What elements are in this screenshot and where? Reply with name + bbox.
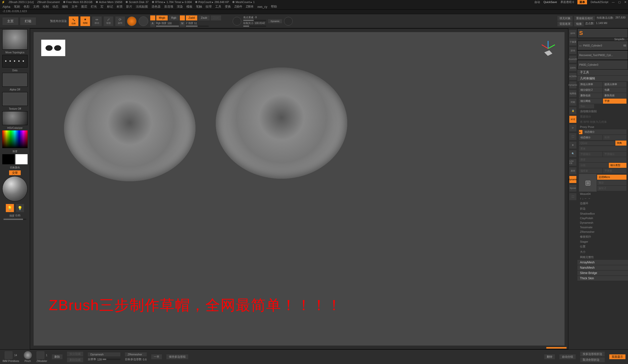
rotate-icon[interactable]: ⟳ — [569, 124, 576, 131]
autogroup-button[interactable]: 自动分组 — [559, 354, 576, 359]
menu-纹理[interactable]: 纹理 — [206, 5, 212, 9]
zoom-icon[interactable]: 🔍 — [569, 150, 576, 157]
color-m-chip[interactable] — [180, 15, 185, 20]
tessimate-section[interactable]: Tessimate — [577, 225, 628, 230]
menu-工具[interactable]: 工具 — [215, 5, 221, 9]
zsub-button[interactable]: Zsub — [198, 15, 209, 20]
frame-icon[interactable]: ⛶ — [569, 133, 576, 140]
menu-灯光[interactable]: 灯光 — [91, 5, 97, 9]
zoom2d-icon[interactable]: Zoom2D — [569, 56, 576, 63]
menu-帮助[interactable]: 帮助 — [271, 5, 277, 9]
intensity-slider[interactable] — [4, 219, 26, 220]
dynamic-icon[interactable]: Dynamic — [569, 81, 576, 88]
menu-影片[interactable]: 影片 — [126, 5, 132, 9]
ui-opacity[interactable]: 界面透明 0 — [560, 0, 574, 4]
pgrid-icon[interactable]: 地网格 — [569, 90, 576, 97]
maximize-icon[interactable]: ▢ — [618, 1, 621, 4]
dyn-sub-button[interactable]: 动态细分 — [579, 135, 602, 140]
mesh-integrity-section[interactable]: 网格完整性 — [577, 255, 628, 260]
flip-button[interactable]: 翻转 — [544, 354, 555, 359]
symm-icon[interactable]: 对称 — [569, 99, 576, 106]
higher-res-button[interactable]: 提高分辨率 — [603, 82, 626, 87]
preview-bool-render[interactable]: 预览布尔渲染 — [50, 19, 67, 23]
zmodeler-brush[interactable]: 1 ZModeler — [36, 351, 48, 362]
simplebrush-thumb[interactable]: S — [577, 28, 628, 38]
canvas[interactable]: ZBrush三步制作草帽，全网最简单！！！！ — [34, 32, 565, 346]
reconstruct-button[interactable]: 重建细分 — [577, 114, 628, 119]
exchange-button[interactable]: 交替 — [9, 170, 21, 175]
sculptris-button[interactable] — [139, 16, 148, 26]
edgeloop-section[interactable]: 边循环 — [577, 201, 628, 206]
rgb-button[interactable]: Rgb — [169, 15, 179, 20]
menu-xws_cy[interactable]: xws_cy — [257, 5, 267, 9]
lock-icon[interactable]: 🔒 — [569, 107, 576, 114]
default-zscript[interactable]: DefaultZScript — [591, 1, 608, 4]
subtool-header[interactable]: 子工具 — [577, 70, 628, 76]
rotate-mode-button[interactable]: ⟳旋转 — [115, 16, 125, 26]
menu-alpha[interactable]: Alpha — [3, 5, 10, 9]
dynamesh-section[interactable]: Dynamesh — [577, 220, 628, 225]
edit-mode-button[interactable]: ⤡Edit — [69, 16, 78, 26]
half-button[interactable]: 一半 — [151, 354, 162, 359]
mod-topo-section[interactable]: 修改拓扑 — [577, 234, 628, 239]
brush-thumb[interactable] — [2, 29, 28, 50]
color-picker[interactable] — [2, 130, 28, 148]
arrow-controls[interactable]: ↑ ↓ ← → — [577, 196, 628, 201]
menu-笔刷[interactable]: 笔刷 — [14, 5, 20, 9]
zadd-button[interactable]: Zadd — [186, 15, 197, 20]
tool-slot-1[interactable]: ▭ PM3D_Cylinder3 66 — [577, 41, 628, 50]
z-intensity-slider[interactable]: Z 强度51 — [186, 21, 209, 27]
flatsub-slider[interactable]: 平面细分 — [579, 152, 602, 157]
reference-thumb[interactable] — [41, 40, 65, 56]
sub-exp-button[interactable]: 细分类型 — [609, 163, 626, 168]
stroke-thumb[interactable]: • • • • • — [2, 55, 28, 67]
tool-slot-3[interactable]: PM3D_Cylinder3 — [577, 60, 628, 70]
nanomesh-header[interactable]: NanoMesh — [577, 265, 628, 270]
del-high-button[interactable]: 删除高级 — [603, 93, 626, 98]
split-hidden-button[interactable]: 拆分隐藏 — [67, 352, 83, 356]
texture-thumb[interactable] — [2, 92, 28, 106]
half-size-icon[interactable]: AC50% — [569, 73, 576, 80]
backface-mask-button[interactable]: 背面遮罩 — [557, 21, 573, 26]
scroll-icon[interactable]: 滚动 — [569, 47, 576, 54]
gyro-button[interactable] — [127, 16, 137, 26]
scale-mode-button[interactable]: ⤢缩放 — [104, 16, 113, 26]
enable-micro-button[interactable]: 启用Micro — [597, 175, 626, 180]
slimebridge-header[interactable]: Slime Bridge — [577, 270, 628, 276]
suv-button[interactable]: Suv — [579, 104, 594, 108]
weave-preset-thumb[interactable]: ⊞ — [579, 174, 597, 192]
light2-button[interactable]: 💡 — [16, 204, 24, 212]
pinch-brush[interactable]: Pinch — [24, 351, 32, 362]
del-low-button[interactable]: 删除低级 — [579, 93, 602, 98]
quicksave-button[interactable]: QuickSave — [544, 1, 557, 4]
dyn-sub-toggle[interactable]: ▸ — [579, 130, 582, 134]
menu-z插件[interactable]: Z插件 — [234, 5, 242, 9]
viewport[interactable]: ZBrush三步制作草帽，全网最简单！！！！ — [30, 28, 568, 349]
crease-section[interactable]: 折边 — [577, 206, 628, 211]
primary-color-swatch[interactable] — [15, 154, 28, 164]
two-sided-button[interactable]: 双面显示 — [609, 354, 625, 359]
freeze-sdiv-button[interactable]: 冻结细分级别 — [577, 109, 628, 114]
material-thumb[interactable] — [2, 176, 28, 201]
zcut-button[interactable]: Zcut — [211, 15, 221, 20]
close-icon[interactable]: ✕ — [624, 1, 626, 4]
dynamic-toggle[interactable]: Dynamic — [268, 19, 282, 23]
menu-标记[interactable]: 标记 — [107, 5, 113, 9]
menu-动态[interactable]: 动态 — [52, 5, 58, 9]
focal-shift-slider[interactable]: 焦点衰减-9 绘制大小100.8142 — [243, 16, 266, 27]
menu-button[interactable]: 菜单 — [577, 0, 587, 4]
menu-法线贴图[interactable]: 法线贴图 — [136, 5, 148, 9]
segments-slider[interactable]: 分段 — [579, 163, 608, 168]
subpixel-icon[interactable]: 子像素 — [569, 38, 576, 46]
shadowbox-section[interactable]: ShadowBox — [577, 211, 628, 216]
menu-材质[interactable]: 材质 — [117, 5, 123, 9]
rotate-z-slider[interactable]: 旋转 Z — [597, 186, 626, 191]
menu-图层[interactable]: 图层 — [81, 5, 87, 9]
menu-变换[interactable]: 变换 — [225, 5, 231, 9]
history-scrubber[interactable] — [546, 347, 567, 349]
smooth-button[interactable]: 平滑 — [603, 99, 626, 104]
size-section[interactable]: 大小 — [577, 249, 628, 255]
fill-object-button[interactable]: 填充对象 — [557, 16, 573, 21]
bpr-icon[interactable]: BPR — [569, 30, 576, 37]
keep-polygroups-button[interactable]: 保持多边形组 — [166, 354, 188, 359]
